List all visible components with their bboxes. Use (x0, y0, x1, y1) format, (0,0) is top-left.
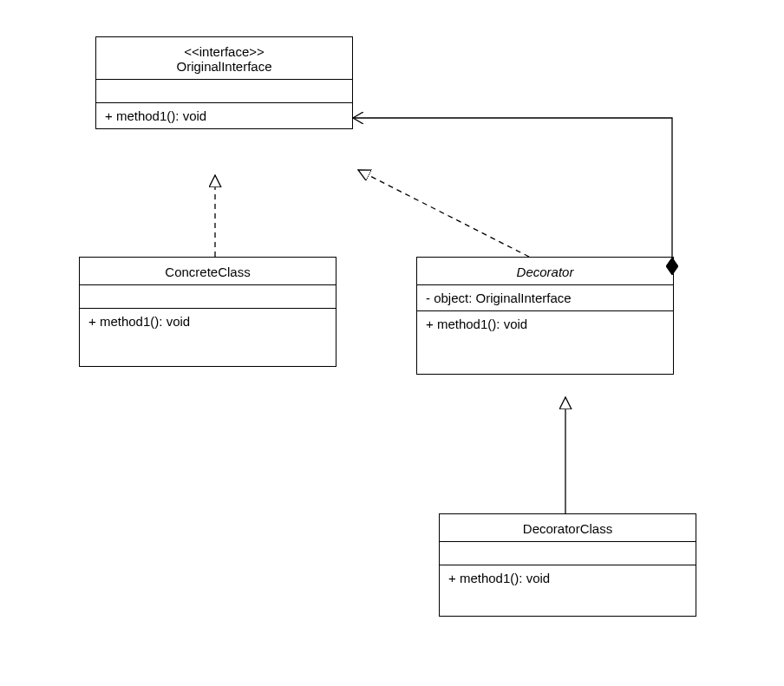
attributes-section (96, 79, 352, 102)
class-name: OriginalInterface (105, 59, 343, 74)
methods-section: + method1(): void (80, 308, 336, 366)
attribute-label: - object: OriginalInterface (426, 291, 572, 305)
methods-section: + method1(): void (96, 102, 352, 128)
method-label: + method1(): void (448, 571, 550, 585)
class-header: DecoratorClass (440, 514, 696, 541)
method-label: + method1(): void (105, 108, 206, 123)
class-decorator: Decorator - object: OriginalInterface + … (416, 257, 674, 375)
stereotype-label: <<interface>> (105, 44, 343, 59)
composition-decorator-has-interface (353, 118, 672, 258)
class-name: ConcreteClass (88, 265, 327, 279)
class-decorator-class: DecoratorClass + method1(): void (439, 513, 696, 617)
class-original-interface: <<interface>> OriginalInterface + method… (95, 36, 353, 129)
class-header: Decorator (417, 258, 673, 284)
attributes-section (440, 541, 696, 565)
attributes-section: - object: OriginalInterface (417, 284, 673, 310)
methods-section: + method1(): void (417, 310, 673, 374)
attributes-section (80, 284, 336, 308)
method-label: + method1(): void (426, 317, 527, 331)
class-header: ConcreteClass (80, 258, 336, 284)
method-label: + method1(): void (88, 314, 190, 329)
realization-decorator-to-interface (358, 170, 529, 257)
class-concrete-class: ConcreteClass + method1(): void (79, 257, 336, 367)
class-name: Decorator (426, 265, 664, 279)
class-name: DecoratorClass (448, 521, 687, 536)
class-header: <<interface>> OriginalInterface (96, 37, 352, 79)
methods-section: + method1(): void (440, 565, 696, 616)
